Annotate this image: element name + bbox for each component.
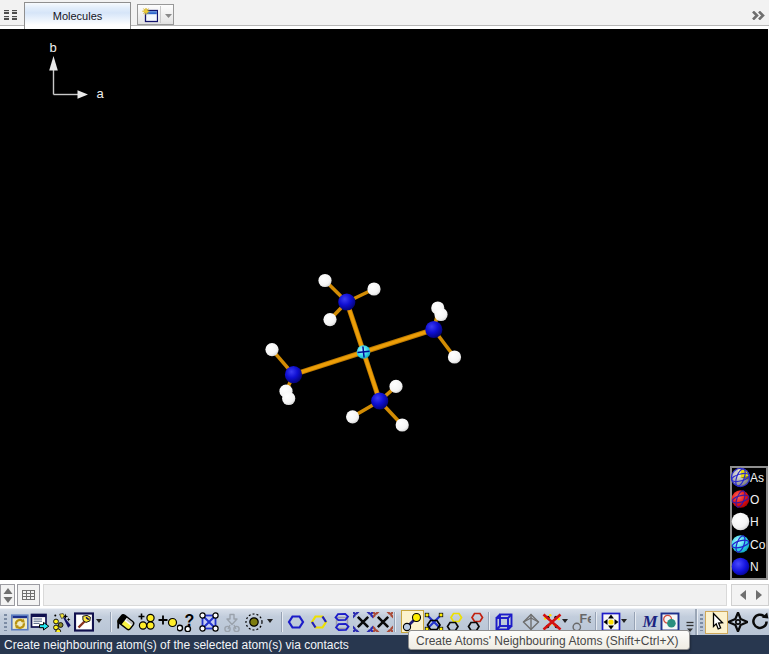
- svg-text:O: O: [750, 493, 759, 507]
- svg-text:M: M: [641, 612, 658, 631]
- svg-text:Co: Co: [750, 538, 766, 552]
- svg-text:b: b: [49, 40, 56, 55]
- svg-text:a: a: [96, 86, 104, 101]
- svg-text:H: H: [750, 515, 759, 529]
- svg-text:N: N: [750, 560, 759, 574]
- svg-text:Fe: Fe: [580, 612, 592, 626]
- svg-text:As: As: [750, 471, 764, 485]
